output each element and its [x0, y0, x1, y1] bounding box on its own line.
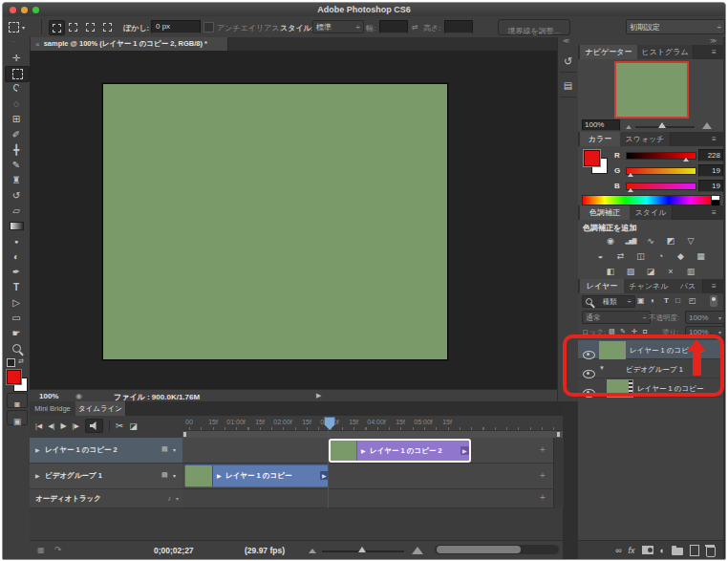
levels-icon[interactable]: ▂▅▇: [623, 234, 638, 247]
clone-stamp-tool[interactable]: ♜: [5, 173, 28, 187]
width-input[interactable]: [379, 20, 408, 33]
add-media-video1-button[interactable]: +: [540, 470, 546, 481]
timeline-scrollbar-thumb[interactable]: [437, 546, 521, 553]
brush-tool[interactable]: ✎: [5, 158, 28, 172]
new-adjustment-layer-button[interactable]: ◐: [660, 546, 665, 555]
timeline-ruler[interactable]: 00 15f 01:00f 15f 02:00f 15f 03:00f 15f …: [182, 416, 563, 431]
healing-brush-tool[interactable]: ╋: [5, 142, 28, 157]
photo-filter-icon[interactable]: ◔: [653, 249, 669, 262]
height-input[interactable]: [444, 20, 473, 33]
clip-disclosure-icon[interactable]: ▶: [217, 472, 222, 479]
filter-pixel-layers-icon[interactable]: ▣: [637, 296, 645, 305]
layer-style-button[interactable]: fx: [629, 546, 635, 555]
blend-mode-dropdown[interactable]: 通常 ÷: [582, 311, 651, 324]
curves-icon[interactable]: ∿: [643, 234, 658, 247]
color-spectrum-bar[interactable]: [582, 195, 712, 205]
track-header-audio[interactable]: オーディオトラック ♪ ▾: [30, 489, 182, 508]
tab-paths[interactable]: パス: [674, 279, 703, 293]
clip-flyout-icon[interactable]: ▶: [460, 446, 469, 455]
quick-mask-button[interactable]: ◙: [7, 393, 28, 408]
work-area-end-handle[interactable]: [557, 432, 560, 437]
go-first-frame-button[interactable]: |◀: [35, 422, 42, 430]
link-layers-button[interactable]: ∞: [615, 546, 621, 555]
tab-timeline[interactable]: タイムライン: [75, 401, 126, 416]
dodge-tool[interactable]: ◐: [5, 249, 28, 264]
expand-dock-icon[interactable]: ≫: [710, 37, 717, 45]
properties-panel-button[interactable]: ▤: [560, 76, 576, 97]
channel-mixer-icon[interactable]: ◆: [674, 249, 689, 262]
feather-input[interactable]: 0 px: [151, 20, 201, 33]
selection-mode-subtract-button[interactable]: [83, 20, 97, 33]
r-value-field[interactable]: 228: [698, 149, 723, 162]
eyedropper-tool[interactable]: ✐: [5, 127, 28, 141]
selective-color-icon[interactable]: ×: [663, 265, 678, 277]
previous-frame-button[interactable]: ◀|: [48, 422, 54, 430]
vibrance-icon[interactable]: ▽: [683, 234, 698, 247]
workspace-dropdown[interactable]: 初期設定 ÷: [626, 19, 725, 34]
brightness-contrast-icon[interactable]: ◉: [603, 234, 618, 247]
document-image[interactable]: [102, 83, 448, 360]
canvas-area[interactable]: [30, 51, 557, 389]
threshold-icon[interactable]: ◪: [643, 265, 658, 277]
g-slider[interactable]: [626, 167, 696, 175]
tab-mini-bridge[interactable]: Mini Bridge: [30, 401, 76, 416]
b-slider-thumb[interactable]: [628, 188, 633, 192]
navigator-zoom-field[interactable]: 100%: [582, 119, 620, 131]
navigator-zoom-thumb[interactable]: [658, 122, 666, 128]
screen-mode-button[interactable]: ▣: [7, 410, 28, 425]
tool-preset-picker[interactable]: ▾: [9, 20, 33, 33]
invert-icon[interactable]: ◧: [603, 265, 618, 277]
color-lookup-icon[interactable]: ▦: [694, 249, 709, 262]
tab-styles[interactable]: スタイル: [630, 205, 673, 220]
tab-swatches[interactable]: スウォッチ: [620, 132, 671, 146]
track-options-icon[interactable]: ▤: [161, 445, 168, 453]
r-slider-thumb[interactable]: [683, 158, 689, 162]
navigator-proxy-view[interactable]: [614, 61, 689, 119]
frame-flyout-icon[interactable]: ▦: [37, 546, 45, 554]
hue-saturation-icon[interactable]: ◒: [593, 249, 609, 262]
lock-all-icon[interactable]: ◘: [643, 328, 647, 334]
crop-tool[interactable]: ⊞: [5, 112, 28, 126]
selection-mode-intersect-button[interactable]: [100, 20, 115, 33]
refine-edge-button[interactable]: 境界線を調整...: [498, 19, 570, 35]
filter-shape-layers-icon[interactable]: □: [675, 296, 680, 305]
selection-mode-add-button[interactable]: [66, 20, 80, 33]
color-menu-icon[interactable]: ≡: [712, 135, 717, 143]
swap-colors-icon[interactable]: ⇄: [18, 357, 24, 365]
track-disclosure-icon[interactable]: ▶: [35, 472, 40, 479]
transition-button[interactable]: ◪: [129, 421, 138, 431]
timeline-scrollbar[interactable]: [435, 545, 559, 554]
track-lane-audio[interactable]: [182, 489, 563, 508]
exposure-icon[interactable]: ◩: [663, 234, 678, 247]
timeline-zoom-thumb[interactable]: [358, 547, 366, 552]
antialias-checkbox[interactable]: [203, 22, 214, 32]
delete-layer-button[interactable]: [706, 547, 716, 557]
hand-tool[interactable]: ☛: [5, 326, 28, 340]
gradient-tool[interactable]: [5, 219, 28, 233]
new-group-button[interactable]: [672, 548, 683, 555]
lasso-tool[interactable]: Ϛ: [5, 81, 28, 96]
link-dimensions-icon[interactable]: ⇄: [412, 23, 418, 32]
b-slider[interactable]: [626, 183, 696, 190]
foreground-color-swatch[interactable]: [7, 370, 21, 384]
b-value-field[interactable]: 19: [698, 180, 723, 192]
clip-layer1-copy2[interactable]: ▶ レイヤー 1 のコピー 2 ▶: [329, 439, 471, 463]
add-layer-mask-button[interactable]: [642, 546, 653, 554]
filter-smart-objects-icon[interactable]: ◰: [689, 296, 696, 305]
new-layer-button[interactable]: [690, 545, 699, 556]
selection-mode-new-button[interactable]: [49, 20, 65, 35]
audio-options-arrow[interactable]: ▾: [176, 495, 179, 502]
audio-options-icon[interactable]: ♪: [167, 494, 171, 503]
tab-color[interactable]: カラー: [580, 132, 621, 146]
timeline-zoom-in-icon[interactable]: [412, 547, 423, 554]
path-selection-tool[interactable]: ▷: [5, 295, 28, 310]
color-balance-icon[interactable]: ⇄: [613, 249, 629, 262]
filter-toggle-switch[interactable]: [710, 295, 717, 307]
history-panel-button[interactable]: ↺: [560, 51, 576, 73]
render-export-icon[interactable]: ↷: [54, 545, 62, 554]
clip-disclosure-icon[interactable]: ▶: [361, 447, 366, 454]
tab-histogram[interactable]: ヒストグラム: [637, 45, 694, 59]
split-clip-button[interactable]: ✂: [116, 421, 123, 431]
collapse-dock-icon[interactable]: ≪: [563, 37, 569, 45]
track-options-arrow[interactable]: ▾: [173, 446, 176, 453]
